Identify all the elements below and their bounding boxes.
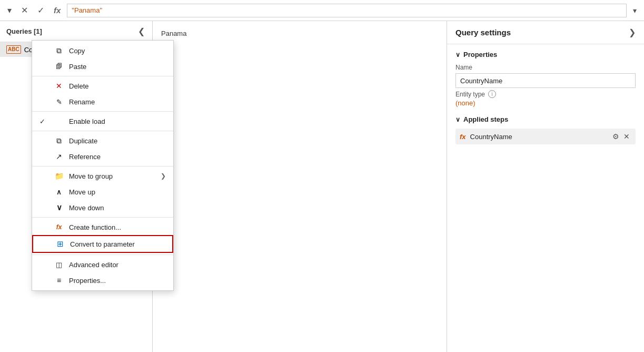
menu-separator-2 [32,111,173,112]
copy-icon: ⧉ [54,46,64,55]
menu-separator-6 [32,255,173,255]
menu-label-properties: Properties... [69,277,166,285]
properties-icon: ≡ [54,276,64,285]
menu-item-copy[interactable]: ⧉ Copy [32,43,173,58]
sidebar: Queries [1] ❮ ABC CountryName ⧉ Copy 🗐 P… [0,21,153,352]
menu-label-movetogroup: Move to group [69,172,155,180]
properties-section-label: Properties [463,51,497,58]
name-field-label: Name [455,64,636,71]
menu-separator-3 [32,131,173,131]
menu-label-movedown: Move down [69,204,166,212]
step-fx-icon: fx [460,133,466,141]
formula-dropdown-btn[interactable]: ▾ [630,5,640,16]
formula-input[interactable] [67,4,627,17]
menu-item-moveup[interactable]: ∧ Move up [32,184,173,200]
menu-label-advancededitor: Advanced editor [69,261,166,269]
sidebar-header: Queries [1] ❮ [0,21,152,42]
menu-label-enableload: Enable load [69,118,166,125]
menu-label-rename: Rename [69,98,166,106]
paste-icon: 🗐 [54,62,64,71]
menu-label-reference: Reference [69,153,166,161]
entity-type-value: (none) [455,99,636,107]
menu-item-reference[interactable]: ↗ Reference [32,149,173,164]
menu-item-convertparam[interactable]: ⊞ Convert to parameter [32,235,173,253]
name-field-input[interactable] [455,73,636,88]
menu-item-paste[interactable]: 🗐 Paste [32,58,173,74]
menu-label-copy: Copy [69,47,166,55]
menu-item-delete[interactable]: ✕ Delete [32,78,173,94]
entity-type-label: Entity type [455,91,485,98]
formula-expand-btn[interactable]: ▾ [4,4,15,16]
enableload-icon [54,116,64,126]
menu-item-advancededitor[interactable]: ◫ Advanced editor [32,257,173,272]
menu-item-createfunction[interactable]: fx Create function... [32,219,173,235]
context-menu: ⧉ Copy 🗐 Paste ✕ Delete ✎ Rename [32,40,174,291]
step-name-label: CountryName [470,133,607,141]
menu-item-rename[interactable]: ✎ Rename [32,94,173,110]
menu-separator-4 [32,166,173,167]
applied-steps-label: Applied steps [463,115,508,123]
menu-separator-1 [32,76,173,76]
convertparam-icon: ⊞ [55,239,65,249]
duplicate-icon: ⧉ [54,136,64,145]
delete-icon: ✕ [54,81,64,91]
data-value-panama: Panama [161,30,438,37]
advancededitor-icon: ◫ [54,260,64,269]
menu-label-delete: Delete [69,82,166,90]
entity-type-info-icon[interactable]: i [488,90,496,98]
menu-label-convertparam: Convert to parameter [70,240,165,248]
right-panel: Query settings ❯ ∨ Properties Name Entit… [447,21,644,352]
menu-item-movedown[interactable]: ∨ Move down [32,200,173,216]
right-panel-expand-btn[interactable]: ❯ [629,27,636,37]
reference-icon: ↗ [54,152,64,161]
formula-fx-btn[interactable]: fx [51,5,64,16]
moveup-icon: ∧ [54,187,64,197]
right-panel-body: ∨ Properties Name Entity type i (none) ∨… [447,44,644,352]
movedown-icon: ∨ [54,203,64,212]
menu-item-duplicate[interactable]: ⧉ Duplicate [32,133,173,149]
menu-label-duplicate: Duplicate [69,137,166,145]
right-panel-header: Query settings ❯ [447,21,644,44]
createfunction-icon: fx [54,222,64,232]
right-panel-title: Query settings [455,28,511,37]
step-item-countryname: fx CountryName ⚙ ✕ [455,129,636,144]
formula-bar: ▾ ✕ ✓ fx ▾ [0,0,644,21]
step-actions: ⚙ ✕ [611,132,631,141]
sidebar-title: Queries [1] [6,27,42,35]
applied-steps-section: ∨ Applied steps fx CountryName ⚙ ✕ [455,115,636,144]
step-delete-btn[interactable]: ✕ [622,132,631,141]
formula-confirm-btn[interactable]: ✓ [34,4,47,16]
folder-icon: 📁 [54,171,64,181]
menu-label-createfunction: Create function... [69,223,166,231]
menu-item-properties[interactable]: ≡ Properties... [32,272,173,288]
menu-item-enableload[interactable]: ✓ Enable load [32,113,173,129]
step-settings-btn[interactable]: ⚙ [611,132,621,141]
menu-label-paste: Paste [69,63,166,71]
query-item-icon: ABC [6,45,21,54]
center-panel: Panama [153,21,447,352]
menu-separator-5 [32,217,173,218]
formula-cancel-btn[interactable]: ✕ [18,4,31,16]
submenu-arrow-icon: ❯ [161,172,166,180]
main-content: Queries [1] ❮ ABC CountryName ⧉ Copy 🗐 P… [0,21,644,352]
rename-icon: ✎ [54,97,64,106]
applied-steps-chevron-icon: ∨ [455,116,460,123]
menu-checkmark-enableload: ✓ [39,118,49,125]
sidebar-collapse-btn[interactable]: ❮ [137,25,146,37]
properties-section-header[interactable]: ∨ Properties [455,51,636,58]
menu-label-moveup: Move up [69,188,166,196]
menu-item-movetogroup[interactable]: 📁 Move to group ❯ [32,168,173,184]
entity-type-row: Entity type i [455,90,636,98]
properties-chevron-icon: ∨ [455,51,460,58]
applied-steps-header[interactable]: ∨ Applied steps [455,115,636,123]
